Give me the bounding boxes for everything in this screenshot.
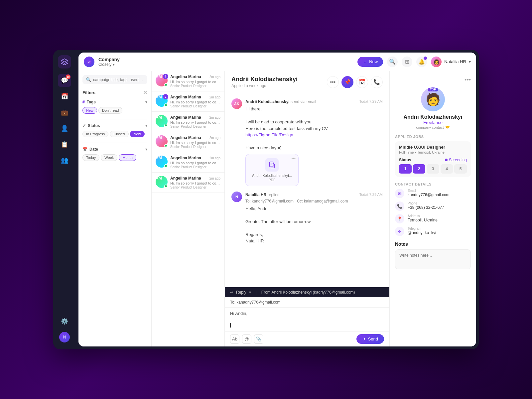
search-button[interactable]: 🔍 xyxy=(387,57,398,67)
location-pin-btn[interactable]: 📌 xyxy=(341,76,353,88)
status-in-progress[interactable]: In Progress xyxy=(82,131,108,137)
conv-body: Angelina Marina 2m ago Hi. Im so sorry I… xyxy=(170,115,220,128)
applied-label: Applied a week ago xyxy=(231,83,298,88)
nav-messages[interactable]: 💬 10 xyxy=(58,74,71,87)
calendar-icon: 📅 xyxy=(61,93,68,100)
step-btn-4[interactable]: 4 xyxy=(441,164,453,174)
grid-button[interactable]: ⊞ xyxy=(402,57,412,67)
reply-greeting: Hi Andrii, xyxy=(230,311,384,316)
send-label: Send xyxy=(368,336,378,341)
main-area: Company Closely ▾ ＋ New 🔍 ⊞ 🔔 xyxy=(78,53,476,346)
conversation-item[interactable]: AM Angelina Marina 2m ago Hi. Im so sorr… xyxy=(152,112,224,132)
reply-footer: Ab @ 📎 ✈ Send xyxy=(225,331,389,346)
more-options-btn[interactable]: ••• xyxy=(327,76,339,88)
conv-body: Angelina Marina 2m ago Hi. Im so sorry I… xyxy=(170,135,220,149)
new-button[interactable]: ＋ New xyxy=(357,57,383,67)
nav-briefcase[interactable]: 💼 xyxy=(58,106,71,119)
tag-new[interactable]: New xyxy=(82,107,97,114)
reply-separator: | xyxy=(256,290,257,295)
conv-avatar: AM 5 xyxy=(156,74,168,86)
tags-label: Tags xyxy=(87,100,96,104)
message-1: AK Andrii Kolodiazhenskyi send via email… xyxy=(231,98,383,186)
bottom-avatar: N xyxy=(59,332,70,342)
mention-btn[interactable]: @ xyxy=(242,334,251,344)
reply-header: ↩ Reply ▾ | From Andrii Kolodiazhenskyi … xyxy=(225,287,389,297)
notes-input[interactable] xyxy=(395,249,471,269)
attach-btn[interactable]: 📎 xyxy=(254,334,263,344)
conversation-item[interactable]: AM Angelina Marina 2m ago Hi. Im so sorr… xyxy=(152,132,224,152)
conv-role: Senior Product Designer xyxy=(170,186,220,189)
msg-content-1: Andrii Kolodiazhenskyi send via email To… xyxy=(245,98,383,186)
conv-name: Angelina Marina xyxy=(170,156,201,160)
step-btn-2[interactable]: 2 xyxy=(413,164,426,174)
step-btn-5[interactable]: 5 xyxy=(454,164,467,174)
candidate-company: company contact 🤝 xyxy=(416,125,450,129)
applied-jobs-label: APPLIED JOBS xyxy=(395,135,471,139)
conv-avatar: AM xyxy=(156,176,168,188)
conv-time: 2m ago xyxy=(209,75,220,79)
nav-users[interactable]: 👤 xyxy=(58,122,71,135)
nav-settings[interactable]: ⚙️ xyxy=(58,315,71,328)
conversation-item[interactable]: AM 2 Angelina Marina 2m ago Hi. Im so so… xyxy=(152,91,224,112)
date-week[interactable]: Week xyxy=(101,154,117,161)
contact-info: Telegram @andriy_ko_kyi xyxy=(408,227,436,235)
contact-info: Email kandriy776@gmail.com xyxy=(408,189,450,197)
nav-list[interactable]: 📋 xyxy=(58,138,71,151)
send-icon: ✈ xyxy=(362,336,366,341)
date-header[interactable]: 📅 Date ▾ xyxy=(82,146,147,153)
nav-team[interactable]: 👥 xyxy=(58,154,71,167)
contact-email: ✉ Email kandriy776@gmail.com xyxy=(395,189,471,198)
pdf-icon xyxy=(265,158,279,172)
unread-badge: 5 xyxy=(163,74,168,79)
status-new[interactable]: New xyxy=(130,131,145,137)
check-icon: ✓ xyxy=(82,123,86,128)
reply-body[interactable]: Hi Andrii, xyxy=(225,308,389,331)
company-logo xyxy=(84,57,94,67)
contact-icon-telegram: ✈ xyxy=(395,227,404,236)
status-row: Status Screening xyxy=(399,158,467,162)
search-box: 🔍 xyxy=(82,75,147,84)
contact-icon-phone: 📞 xyxy=(395,201,404,211)
phone-icon: 📞 xyxy=(373,79,380,85)
search-input[interactable] xyxy=(93,77,144,82)
tags-header[interactable]: # Tags ▾ xyxy=(82,98,147,106)
conversation-item[interactable]: AM 5 Angelina Marina 2m ago Hi. Im so so… xyxy=(152,71,224,91)
contact-value: @andriy_ko_kyi xyxy=(408,230,436,235)
chevron-icon-date: ▾ xyxy=(145,147,147,152)
tag-dont-read[interactable]: Don't read xyxy=(98,107,122,114)
pdf-menu-btn[interactable]: ••• xyxy=(291,156,296,161)
status-section: ✓ Status ▾ In Progress Closed New xyxy=(82,122,147,139)
step-btn-3[interactable]: 3 xyxy=(427,164,439,174)
conv-name: Angelina Marina xyxy=(170,95,201,99)
conv-role: Senior Product Designer xyxy=(170,125,220,128)
send-button[interactable]: ✈ Send xyxy=(356,334,384,344)
contact-label: Telegram xyxy=(408,227,436,230)
conv-name-row: Angelina Marina 2m ago xyxy=(170,135,220,140)
date-month[interactable]: Month xyxy=(119,154,136,161)
bell-button[interactable]: 🔔 xyxy=(416,57,427,67)
online-indicator xyxy=(164,124,168,127)
conversation-item[interactable]: AM Angelina Marina 2m ago Hi. Im so sorr… xyxy=(152,173,224,193)
app-logo[interactable] xyxy=(58,55,71,68)
company-info: Company Closely ▾ xyxy=(98,57,120,67)
status-closed[interactable]: Closed xyxy=(110,131,128,137)
notes-label: Notes xyxy=(395,241,471,247)
date-label: Date xyxy=(89,147,98,152)
panel-more-btn[interactable]: ••• xyxy=(465,76,471,83)
step-btn-1[interactable]: 1 xyxy=(399,164,412,174)
pdf-type: PDF xyxy=(250,178,294,182)
conversation-item[interactable]: AM Angelina Marina 2m ago Hi. Im so sorr… xyxy=(152,152,224,173)
msg-link-1[interactable]: https://Figma.File/Design xyxy=(245,132,293,137)
calendar-btn[interactable]: 📅 xyxy=(356,76,368,88)
user-info[interactable]: 👩 Nataliia HR ▾ xyxy=(431,57,471,67)
nav-profile-bottom[interactable]: N xyxy=(58,331,71,344)
date-today[interactable]: Today xyxy=(82,154,99,161)
format-ab-btn[interactable]: Ab xyxy=(230,334,239,344)
close-icon[interactable]: ✕ xyxy=(143,89,147,96)
messages-badge: 10 xyxy=(66,74,70,79)
conv-body: Angelina Marina 2m ago Hi. Im so sorry I… xyxy=(170,176,220,189)
nav-calendar[interactable]: 📅 xyxy=(58,90,71,103)
conv-role: Senior Product Designer xyxy=(170,165,220,169)
call-btn[interactable]: 📞 xyxy=(371,76,383,88)
status-header[interactable]: ✓ Status ▾ xyxy=(82,122,147,129)
